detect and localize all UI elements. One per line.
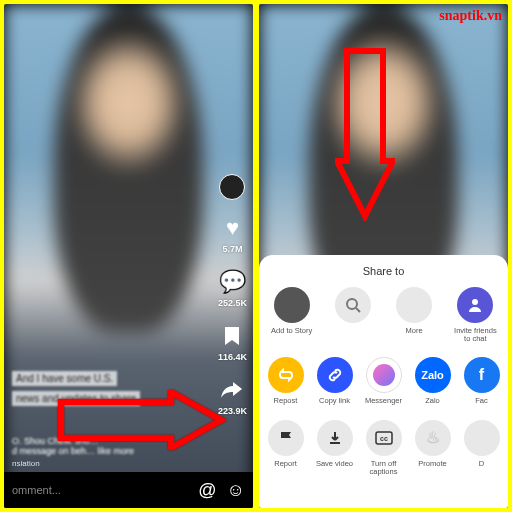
watermark-text: snaptik.vn [439,8,502,24]
extra-action[interactable]: D [458,420,506,477]
save-video-button[interactable]: Save video [311,420,359,477]
like-button[interactable]: ♥ 5.7M [218,214,246,254]
extra-icon [464,420,500,456]
more-icon [396,287,432,323]
caption-line: And I have some U.S. [12,371,117,386]
share-sheet: Share to Add to Story More [259,255,508,508]
annotation-arrow-down [335,46,395,225]
fire-icon: ♨ [415,420,451,456]
messenger-button[interactable]: Messenger [360,357,408,405]
emoji-icon[interactable]: ☺ [227,480,245,501]
facebook-icon: f [464,357,500,393]
search-contacts[interactable] [329,287,377,344]
mention-icon[interactable]: @ [198,480,216,501]
zalo-button[interactable]: Zalo Zalo [409,357,457,405]
profile-avatar-icon[interactable] [219,174,245,200]
svg-point-0 [347,299,357,309]
messenger-icon [366,357,402,393]
comment-count: 252.5K [218,298,247,308]
tiktok-video-view: ♥ 5.7M 💬 252.5K 116.4K 223.9K And I [4,4,253,508]
like-count: 5.7M [222,244,242,254]
invite-friends[interactable]: Invite friends to chat [451,287,499,344]
share-row-contacts: Add to Story More Invite friends t [259,287,508,344]
download-icon [317,420,353,456]
search-icon [335,287,371,323]
facebook-button[interactable]: f Fac [458,357,506,405]
share-row-apps: Repost Copy link Messenger Zalo Zalo [259,357,508,405]
avatar-slot[interactable] [219,174,245,200]
svg-point-2 [472,299,478,305]
share-row-actions: Report Save video cc Turn off captions ♨ [259,420,508,477]
comment-bar: omment... @ ☺ [4,472,253,508]
comment-input[interactable]: omment... [12,484,188,496]
zalo-icon: Zalo [415,357,451,393]
copy-link-button[interactable]: Copy link [311,357,359,405]
heart-icon: ♥ [218,214,246,242]
save-count: 116.4K [218,352,247,362]
comment-icon: 💬 [218,268,246,296]
repost-icon [268,357,304,393]
right-video-area: snaptik.vn Share to Add to Story [259,4,508,508]
action-rail: ♥ 5.7M 💬 252.5K 116.4K 223.9K [218,174,247,416]
tiktok-share-sheet-view: snaptik.vn Share to Add to Story [259,4,508,508]
captions-button[interactable]: cc Turn off captions [360,420,408,477]
add-to-story[interactable]: Add to Story [268,287,316,344]
more-contacts[interactable]: More [390,287,438,344]
report-button[interactable]: Report [262,420,310,477]
svg-text:cc: cc [380,435,388,442]
svg-line-1 [356,308,360,312]
video-area[interactable]: ♥ 5.7M 💬 252.5K 116.4K 223.9K And I [4,4,253,508]
link-icon [317,357,353,393]
share-title: Share to [259,265,508,277]
annotation-arrow-right [56,390,226,454]
bookmark-icon [218,322,246,350]
captions-icon: cc [366,420,402,456]
comment-button[interactable]: 💬 252.5K [218,268,247,308]
save-button[interactable]: 116.4K [218,322,247,362]
story-icon [274,287,310,323]
invite-icon [457,287,493,323]
promote-button[interactable]: ♨ Promote [409,420,457,477]
repost-button[interactable]: Repost [262,357,310,405]
see-translation[interactable]: nslation [12,459,40,468]
flag-icon [268,420,304,456]
